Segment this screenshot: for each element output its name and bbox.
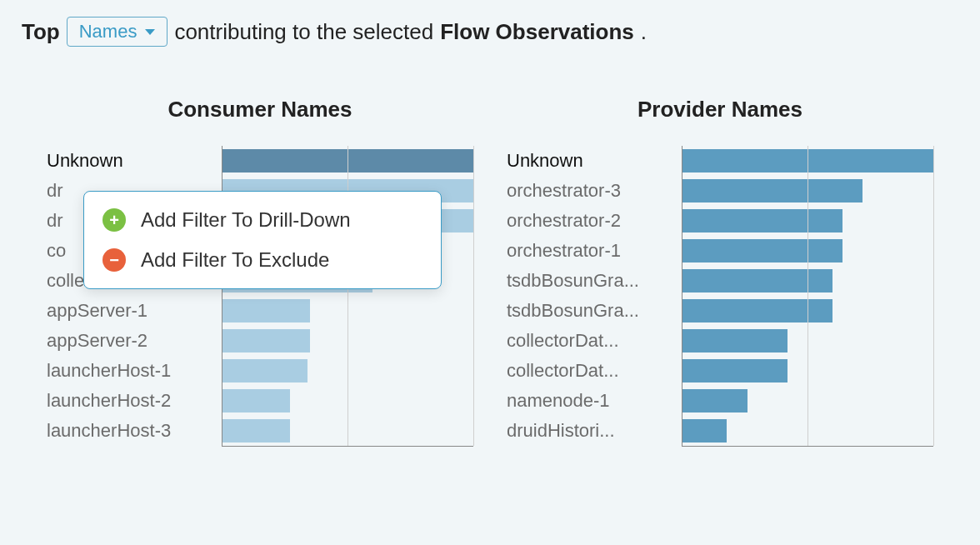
bar[interactable] bbox=[682, 146, 933, 176]
top-label: Top bbox=[22, 19, 60, 45]
category-label[interactable]: launcherHost-1 bbox=[47, 356, 222, 386]
category-label[interactable]: druidHistori... bbox=[507, 416, 682, 446]
provider-names-chart: Provider NamesUnknownorchestrator-3orche… bbox=[507, 97, 933, 447]
bar[interactable] bbox=[682, 416, 933, 446]
category-label[interactable]: namenode-1 bbox=[507, 386, 682, 416]
context-menu: + Add Filter To Drill-Down − Add Filter … bbox=[83, 191, 442, 289]
category-label[interactable]: tsdbBosunGra... bbox=[507, 296, 682, 326]
bar[interactable] bbox=[682, 356, 933, 386]
menu-item-add-drilldown[interactable]: + Add Filter To Drill-Down bbox=[84, 200, 441, 240]
bar[interactable] bbox=[682, 206, 933, 236]
bar[interactable] bbox=[682, 236, 933, 266]
category-label[interactable]: collectorDat... bbox=[507, 356, 682, 386]
dropdown-label: Names bbox=[79, 21, 138, 42]
bar[interactable] bbox=[682, 326, 933, 356]
minus-icon: − bbox=[102, 248, 126, 272]
bar[interactable] bbox=[222, 296, 473, 326]
bar[interactable] bbox=[222, 416, 473, 446]
chart-title: Consumer Names bbox=[47, 97, 473, 122]
category-label[interactable]: collectorDat... bbox=[507, 326, 682, 356]
chart-title: Provider Names bbox=[507, 97, 933, 122]
plus-icon: + bbox=[102, 208, 126, 232]
menu-item-label: Add Filter To Exclude bbox=[141, 248, 329, 272]
category-label[interactable]: launcherHost-2 bbox=[47, 386, 222, 416]
bar[interactable] bbox=[682, 266, 933, 296]
header-period: . bbox=[641, 19, 647, 45]
menu-item-label: Add Filter To Drill-Down bbox=[141, 208, 351, 232]
bar[interactable] bbox=[682, 176, 933, 206]
category-label[interactable]: orchestrator-2 bbox=[507, 206, 682, 236]
category-label[interactable]: orchestrator-3 bbox=[507, 176, 682, 206]
menu-item-add-exclude[interactable]: − Add Filter To Exclude bbox=[84, 240, 441, 280]
header-bold: Flow Observations bbox=[440, 19, 634, 45]
category-label[interactable]: Unknown bbox=[507, 146, 682, 176]
category-label[interactable]: Unknown bbox=[47, 146, 222, 176]
category-label[interactable]: appServer-1 bbox=[47, 296, 222, 326]
header-middle: contributing to the selected bbox=[174, 19, 433, 45]
bar[interactable] bbox=[222, 386, 473, 416]
bar[interactable] bbox=[222, 356, 473, 386]
names-dropdown[interactable]: Names bbox=[67, 17, 168, 47]
category-label[interactable]: tsdbBosunGra... bbox=[507, 266, 682, 296]
page-header: Top Names contributing to the selected F… bbox=[22, 17, 958, 47]
bar[interactable] bbox=[222, 326, 473, 356]
category-label[interactable]: launcherHost-3 bbox=[47, 416, 222, 446]
chevron-down-icon bbox=[145, 29, 155, 35]
bar[interactable] bbox=[222, 146, 473, 176]
bar[interactable] bbox=[682, 296, 933, 326]
category-label[interactable]: appServer-2 bbox=[47, 326, 222, 356]
category-label[interactable]: orchestrator-1 bbox=[507, 236, 682, 266]
bar[interactable] bbox=[682, 386, 933, 416]
